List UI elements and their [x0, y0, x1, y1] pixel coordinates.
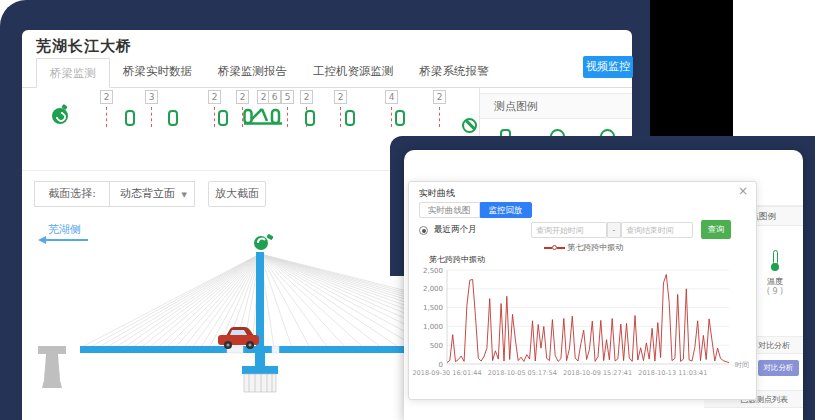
link-sensor-icon[interactable]	[168, 110, 178, 126]
enlarge-section-button[interactable]: 放大截面	[208, 181, 266, 207]
close-icon[interactable]: ×	[738, 184, 748, 198]
compare-analysis-button[interactable]: 对比分析	[758, 360, 799, 376]
query-end-time-input[interactable]	[621, 222, 693, 238]
dialog-tabs: 实时曲线图 监控回放	[419, 202, 532, 218]
legend-text: 第七跨跨中振动	[567, 243, 623, 252]
main-tab-3[interactable]: 工控机资源监测	[300, 57, 407, 87]
dialog-title: 实时曲线	[419, 187, 455, 200]
tab-monitor-playback[interactable]: 监控回放	[480, 202, 532, 218]
truss-sensor-icon[interactable]	[243, 106, 283, 126]
svg-text:1,500: 1,500	[423, 304, 443, 312]
legend-panel-header: 测点图例	[480, 93, 632, 119]
realtime-curve-dialog: 实时曲线 × 实时曲线图 监控回放 最近两个月 - 查询 第七跨跨中振动 第七跨…	[408, 181, 757, 400]
gauge-sensor-icon[interactable]	[52, 108, 68, 124]
disabled-sensor-icon[interactable]	[462, 118, 477, 133]
link-sensor-icon[interactable]	[218, 110, 228, 126]
link-sensor-icon[interactable]	[125, 110, 135, 126]
pile-group	[244, 374, 276, 392]
section-select-value: 动态背立面	[120, 187, 175, 200]
svg-text:0: 0	[439, 361, 443, 369]
video-monitor-button[interactable]: 视频监控	[583, 56, 633, 78]
link-sensor-icon[interactable]	[345, 110, 355, 126]
sensor-dashed-marker	[242, 107, 243, 127]
link-sensor-icon[interactable]	[305, 110, 315, 126]
legend-marker-line	[544, 247, 552, 249]
pylon-lower	[255, 353, 265, 366]
sensor-dashed-marker	[151, 107, 152, 127]
sensor-count-box: 4	[385, 90, 398, 104]
temperature-count: ( 9 )	[760, 287, 790, 296]
query-button[interactable]: 查询	[701, 220, 731, 239]
sensor-count-box: 2	[334, 90, 347, 104]
svg-text:2018-10-09 15:27:41: 2018-10-09 15:27:41	[563, 369, 632, 377]
sensor-count-box: 2	[300, 90, 313, 104]
page-title: 芜湖长江大桥	[36, 37, 132, 56]
sensor-count-box: 2	[208, 90, 221, 104]
svg-text:2,000: 2,000	[423, 285, 443, 293]
thermometer-icon[interactable]	[770, 250, 780, 272]
link-sensor-icon[interactable]	[395, 110, 405, 126]
black-masked-area	[650, 0, 733, 147]
sensor-count-box: 5	[281, 90, 294, 104]
chevron-down-icon: ▼	[182, 182, 187, 208]
legend-marker-line	[557, 247, 565, 249]
car	[218, 327, 259, 349]
svg-text:2018-10-05 05:17:54: 2018-10-05 05:17:54	[488, 369, 557, 377]
left-pier	[38, 346, 66, 388]
svg-text:500: 500	[430, 342, 443, 350]
svg-text:2018-10-13 11:03:41: 2018-10-13 11:03:41	[638, 369, 707, 377]
sensor-dashed-marker	[214, 107, 215, 127]
svg-text:2018-09-30 16:01:44: 2018-09-30 16:01:44	[412, 369, 481, 377]
recent-two-months-label: 最近两个月	[434, 224, 477, 236]
sensor-count-box: 2	[236, 90, 249, 104]
date-range-separator: -	[607, 222, 621, 238]
svg-text:2,500: 2,500	[423, 267, 443, 275]
sensor-dashed-marker	[439, 107, 440, 127]
temperature-label: 温度	[760, 276, 790, 287]
svg-text:时间: 时间	[735, 361, 749, 369]
main-tab-0[interactable]: 桥梁监测	[36, 58, 110, 88]
vibration-chart: 2,5002,0001,5001,00050002018-09-30 16:01…	[419, 264, 749, 394]
query-start-time-input[interactable]	[531, 222, 607, 238]
sensor-dashed-marker	[106, 107, 107, 127]
sensor-dashed-marker	[391, 107, 392, 127]
chart-legend[interactable]: 第七跨跨中振动	[409, 242, 758, 253]
main-tabs: 桥梁监测桥梁实时数据桥梁监测报告工控机资源监测桥梁系统报警	[22, 58, 632, 88]
desktop-white-area	[733, 0, 815, 142]
tab-realtime-curve[interactable]: 实时曲线图	[419, 202, 480, 218]
sensor-dashed-marker	[340, 107, 341, 127]
sensor-count-box: 6	[268, 90, 281, 104]
deck-joint	[272, 346, 279, 353]
sensor-dashed-marker	[287, 107, 288, 127]
pile-cap	[242, 366, 278, 374]
main-tab-4[interactable]: 桥梁系统报警	[407, 57, 502, 87]
popup-window: 测点图例 温度 ( 9 ) 对比分析 对比分析 已选测点列表 实时曲线 × 实时…	[404, 150, 803, 420]
recent-two-months-radio[interactable]	[419, 226, 428, 235]
sensor-count-box: 2	[100, 90, 113, 104]
section-select-dropdown[interactable]: 动态背立面 ▼	[109, 181, 195, 207]
main-tab-2[interactable]: 桥梁监测报告	[205, 57, 300, 87]
section-select-label: 截面选择:	[34, 181, 110, 207]
sensor-count-box: 3	[145, 90, 158, 104]
svg-text:1,000: 1,000	[423, 323, 443, 331]
main-tab-1[interactable]: 桥梁实时数据	[110, 57, 205, 87]
pylon-top-sensor-icon	[254, 234, 274, 250]
screenshot-stage: 芜湖长江大桥 桥梁监测桥梁实时数据桥梁监测报告工控机资源监测桥梁系统报警 视频监…	[0, 0, 815, 420]
sensor-count-box: 2	[433, 90, 446, 104]
